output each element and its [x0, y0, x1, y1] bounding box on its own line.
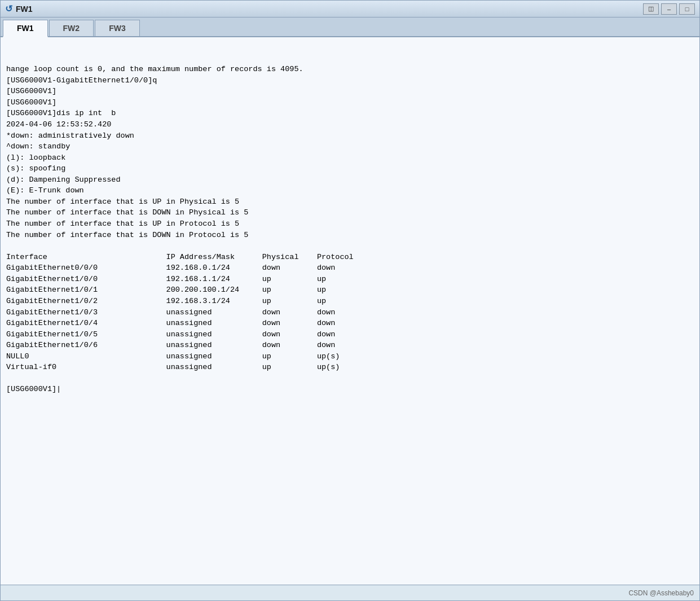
minimize-button[interactable]: –	[661, 3, 677, 15]
footer-credit: CSDN @Asshebaby0	[628, 589, 694, 597]
title-bar: ↺ FW1 ◫ – □	[1, 1, 699, 17]
tab-fw2[interactable]: FW2	[49, 20, 94, 36]
window-title: FW1	[16, 5, 643, 14]
window-controls: ◫ – □	[643, 3, 695, 15]
tab-fw1[interactable]: FW1	[3, 20, 48, 37]
terminal-output: hange loop count is 0, and the maximum n…	[6, 64, 694, 395]
footer-bar: CSDN @Asshebaby0	[1, 585, 699, 600]
restore-button[interactable]: ◫	[643, 3, 659, 15]
tab-fw3-label: FW3	[109, 24, 126, 33]
main-window: ↺ FW1 ◫ – □ FW1 FW2 FW3 hange loop count…	[0, 0, 700, 601]
tab-fw1-label: FW1	[17, 24, 34, 33]
tab-fw2-label: FW2	[63, 24, 80, 33]
tab-bar: FW1 FW2 FW3	[1, 17, 699, 37]
minimize-icon: –	[667, 6, 671, 12]
tab-fw3[interactable]: FW3	[95, 20, 140, 36]
app-icon: ↺	[5, 3, 12, 14]
restore-icon: ◫	[648, 5, 654, 12]
maximize-button[interactable]: □	[679, 3, 695, 15]
maximize-icon: □	[685, 6, 689, 12]
terminal-area[interactable]: hange loop count is 0, and the maximum n…	[1, 37, 699, 585]
